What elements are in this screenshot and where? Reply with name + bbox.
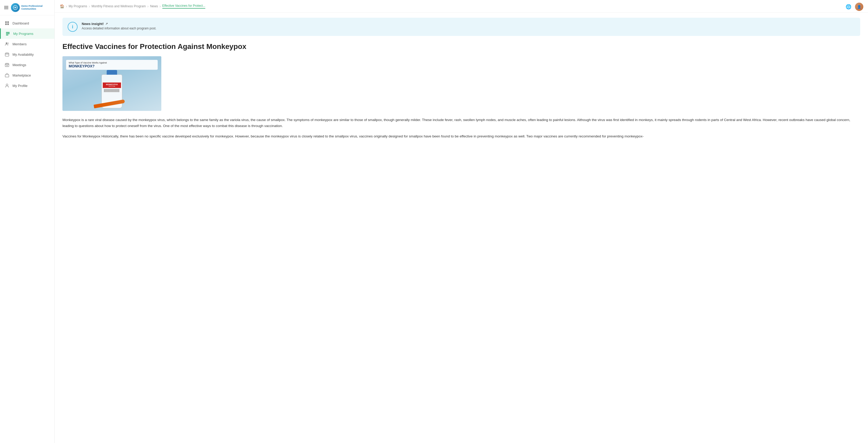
- my-profile-icon: [5, 83, 9, 88]
- nav-items: Dashboard My Programs Members My Availab…: [0, 16, 54, 443]
- sidebar-header: Demo Professional Communities: [0, 0, 54, 16]
- info-banner-description: Access detailed information about each p…: [82, 27, 156, 30]
- article-paragraph-1: Monkeypox is a rare viral disease caused…: [62, 117, 860, 129]
- my-programs-icon: [5, 31, 10, 36]
- svg-point-12: [6, 65, 7, 66]
- sidebar: Demo Professional Communities Dashboard …: [0, 0, 55, 443]
- breadcrumb-my-programs[interactable]: My Programs: [69, 4, 87, 8]
- barcode: [104, 89, 120, 92]
- sidebar-item-label: Marketplace: [12, 73, 31, 77]
- meetings-icon: [5, 62, 9, 67]
- article-image: What Type of Vaccine Works Against MONKE…: [62, 56, 161, 111]
- svg-rect-5: [6, 32, 10, 33]
- globe-icon[interactable]: 🌐: [846, 4, 851, 10]
- svg-point-8: [6, 42, 7, 44]
- marketplace-icon: [5, 73, 9, 78]
- logo-text: Demo Professional Communities: [21, 5, 51, 10]
- sidebar-item-label: My Availability: [12, 53, 34, 57]
- article-paragraph-2: Vaccines for Monkeypox Historically, the…: [62, 134, 860, 140]
- bottle-label: MONKEYPOX VACCINE: [103, 83, 121, 88]
- main-content: 🏠 › My Programs › Monthly Fitness and We…: [55, 0, 868, 443]
- logo-icon: [11, 3, 20, 12]
- breadcrumb-news[interactable]: News: [150, 4, 158, 8]
- logo-area: Demo Professional Communities: [11, 3, 51, 12]
- sidebar-item-label: Meetings: [12, 63, 26, 67]
- sidebar-item-members[interactable]: Members: [0, 39, 54, 49]
- sidebar-item-meetings[interactable]: Meetings: [0, 60, 54, 70]
- svg-rect-13: [5, 75, 9, 77]
- breadcrumb-monthly-fitness[interactable]: Monthly Fitness and Wellness Program: [92, 4, 146, 8]
- svg-rect-10: [5, 53, 9, 56]
- svg-rect-7: [6, 35, 8, 35]
- breadcrumb: 🏠 › My Programs › Monthly Fitness and We…: [55, 0, 868, 12]
- sidebar-item-my-availability[interactable]: My Availability: [0, 49, 54, 60]
- info-icon: i: [68, 22, 78, 32]
- sidebar-item-label: Dashboard: [12, 21, 29, 25]
- svg-rect-6: [6, 33, 10, 34]
- sidebar-item-my-profile[interactable]: My Profile: [0, 81, 54, 91]
- article-title: Effective Vaccines for Protection Agains…: [62, 42, 860, 51]
- image-label-box: What Type of Vaccine Works Against MONKE…: [66, 60, 158, 70]
- breadcrumb-home[interactable]: 🏠: [60, 4, 64, 8]
- sidebar-item-label: My Programs: [13, 32, 33, 36]
- breadcrumb-separator: ›: [159, 4, 161, 8]
- bottle-cap: [107, 70, 117, 75]
- dashboard-icon: [5, 21, 9, 26]
- sidebar-item-label: Members: [12, 42, 27, 46]
- info-banner-title: News insight! ↗: [82, 22, 156, 26]
- vaccine-image-bg: What Type of Vaccine Works Against MONKE…: [62, 56, 161, 111]
- info-banner: i News insight! ↗ Access detailed inform…: [62, 18, 860, 36]
- external-link-icon[interactable]: ↗: [105, 22, 108, 26]
- sidebar-item-my-programs[interactable]: My Programs: [0, 28, 54, 39]
- my-availability-icon: [5, 52, 9, 57]
- sidebar-item-marketplace[interactable]: Marketplace: [0, 70, 54, 81]
- svg-rect-1: [5, 21, 7, 23]
- svg-rect-4: [7, 23, 9, 25]
- breadcrumb-separator: ›: [66, 4, 67, 8]
- breadcrumb-article: Effective Vaccines for Protect...: [162, 4, 206, 8]
- breadcrumb-separator: ›: [147, 4, 149, 8]
- article-body: Monkeypox is a rare viral disease caused…: [62, 117, 860, 140]
- avatar[interactable]: 👤: [855, 3, 863, 11]
- svg-rect-3: [5, 23, 7, 25]
- members-icon: [5, 42, 9, 46]
- info-banner-text: News insight! ↗ Access detailed informat…: [82, 22, 156, 30]
- topbar-right: 🌐 👤: [841, 0, 868, 13]
- sidebar-item-dashboard[interactable]: Dashboard: [0, 18, 54, 28]
- hamburger-button[interactable]: [4, 5, 9, 10]
- svg-point-14: [6, 84, 8, 86]
- home-icon[interactable]: 🏠: [60, 4, 64, 8]
- svg-point-9: [7, 43, 9, 44]
- sidebar-item-label: My Profile: [12, 84, 28, 88]
- vaccine-bottle-group: MONKEYPOX VACCINE: [101, 69, 122, 108]
- svg-rect-2: [7, 21, 9, 23]
- breadcrumb-separator: ›: [89, 4, 90, 8]
- content-area: i News insight! ↗ Access detailed inform…: [55, 12, 868, 443]
